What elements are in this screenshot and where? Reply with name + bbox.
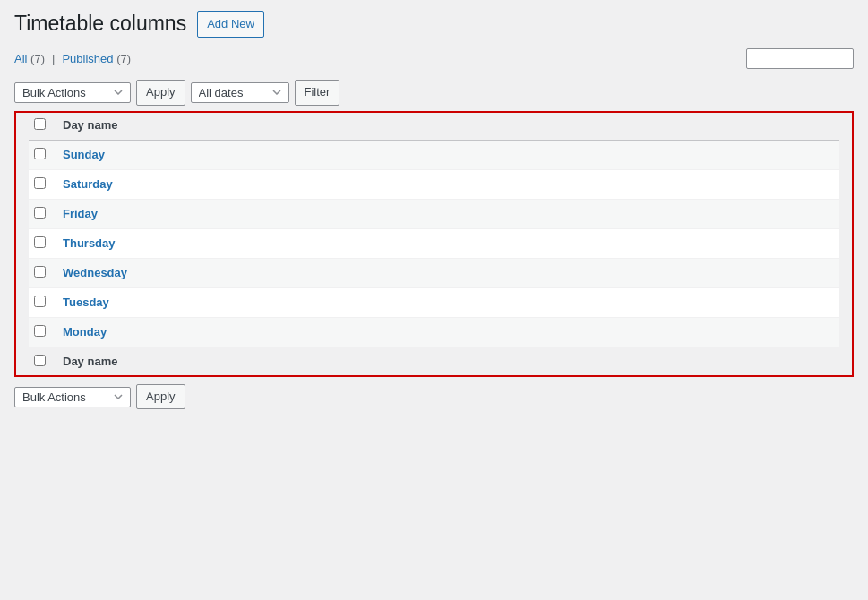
row-checkbox-cell (29, 228, 54, 258)
row-checkbox-cell (29, 258, 54, 287)
bottom-tablenav: Bulk Actions Move to Trash Apply (0, 377, 868, 417)
day-link-thursday[interactable]: Thursday (63, 236, 116, 250)
table-row: Monday (29, 317, 839, 347)
bulk-actions-select-bottom[interactable]: Bulk Actions Move to Trash (14, 387, 131, 407)
apply-button-top[interactable]: Apply (136, 80, 185, 106)
row-checkbox-tuesday[interactable] (34, 296, 46, 307)
row-checkbox-wednesday[interactable] (34, 266, 46, 278)
timetable-columns-table: Day name Sunday (29, 111, 839, 377)
bulk-actions-select-top[interactable]: Bulk Actions Move to Trash (14, 82, 131, 103)
top-tablenav: Bulk Actions Move to Trash Apply All dat… (0, 74, 868, 111)
filter-button[interactable]: Filter (295, 80, 340, 106)
footer-day-name: Day name (54, 347, 839, 376)
day-link-friday[interactable]: Friday (63, 207, 98, 220)
page-title: Timetable columns (14, 11, 186, 38)
row-checkbox-saturday[interactable] (34, 177, 46, 189)
day-name-sort-link-footer[interactable]: Day name (63, 355, 117, 368)
row-checkbox-cell (29, 199, 54, 228)
day-link-tuesday[interactable]: Tuesday (63, 296, 109, 309)
table-row: Sunday (29, 140, 839, 169)
search-input[interactable] (746, 48, 854, 69)
filter-separator: | (52, 52, 55, 65)
page-header: Timetable columns Add New (0, 0, 868, 45)
day-link-sunday[interactable]: Sunday (63, 148, 105, 161)
select-all-checkbox-bottom[interactable] (34, 355, 46, 366)
search-box (746, 48, 854, 69)
row-day-name: Sunday (54, 140, 839, 169)
table-row: Friday (29, 199, 839, 228)
header-checkbox-cell (29, 111, 54, 141)
table-header-row: Day name (29, 111, 839, 141)
table-body: Sunday Saturday (29, 140, 839, 347)
row-day-name: Thursday (54, 228, 839, 258)
footer-checkbox-cell (29, 347, 54, 376)
row-checkbox-cell (29, 169, 54, 199)
all-filter-link[interactable]: All (7) (14, 52, 45, 65)
dates-select[interactable]: All dates (191, 82, 289, 103)
row-checkbox-friday[interactable] (34, 207, 46, 219)
row-day-name: Tuesday (54, 287, 839, 317)
add-new-button[interactable]: Add New (197, 11, 264, 38)
day-link-saturday[interactable]: Saturday (63, 177, 113, 191)
day-name-sort-link[interactable]: Day name (63, 118, 117, 132)
row-day-name: Wednesday (54, 258, 839, 287)
row-day-name: Monday (54, 317, 839, 347)
published-filter-link[interactable]: Published (7) (62, 52, 131, 65)
row-checkbox-monday[interactable] (34, 325, 46, 337)
row-checkbox-cell (29, 140, 54, 169)
header-day-name: Day name (54, 111, 839, 141)
select-all-checkbox-top[interactable] (34, 118, 46, 130)
table-row: Tuesday (29, 287, 839, 317)
apply-button-bottom[interactable]: Apply (136, 384, 185, 410)
table-footer-row: Day name (29, 347, 839, 376)
day-link-wednesday[interactable]: Wednesday (63, 266, 127, 279)
row-checkbox-cell (29, 317, 54, 347)
filter-links: All (7) | Published (7) (0, 45, 868, 74)
table-row: Wednesday (29, 258, 839, 287)
table-row: Saturday (29, 169, 839, 199)
row-checkbox-sunday[interactable] (34, 148, 46, 159)
row-checkbox-thursday[interactable] (34, 236, 46, 248)
day-link-monday[interactable]: Monday (63, 325, 107, 339)
table-section: Day name Sunday (14, 111, 854, 377)
page-wrap: Timetable columns Add New All (7) | Publ… (0, 0, 868, 416)
row-day-name: Saturday (54, 169, 839, 199)
table-row: Thursday (29, 228, 839, 258)
row-checkbox-cell (29, 287, 54, 317)
row-day-name: Friday (54, 199, 839, 228)
